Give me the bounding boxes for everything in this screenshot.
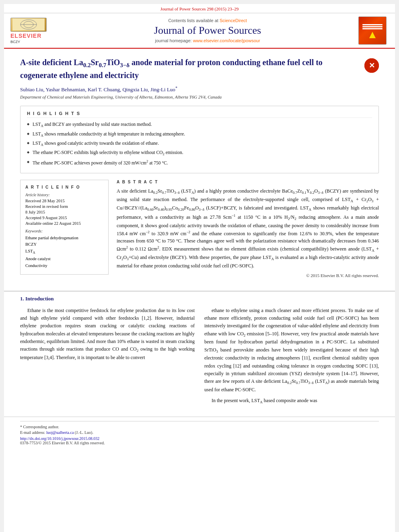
elsevier-brand: ELSEVIER xyxy=(10,33,41,39)
journal-url[interactable]: www.elsevier.com/locate/jpowsour xyxy=(193,38,260,43)
page: Journal of Power Sources 298 (2015) 23–2… xyxy=(4,4,395,532)
received-revised-label: Received in revised form xyxy=(25,204,103,209)
email-suffix: (J.-L. Luo). xyxy=(75,430,93,435)
highlights-list: LSTA and BCZY are synthesized by solid s… xyxy=(27,121,372,166)
keyword-item: LSTA xyxy=(25,248,103,256)
available-online: Available online 22 August 2015 xyxy=(25,221,103,226)
journal-header: ELSEVIER BCZY Contents lists available a… xyxy=(4,13,395,49)
email-address[interactable]: luoj@ualberta.ca xyxy=(46,430,74,435)
article-info-box: A R T I C L E I N F O Article history: R… xyxy=(20,180,109,275)
article-info-heading: A R T I C L E I N F O xyxy=(25,185,103,189)
email-line: E-mail address: luoj@ualberta.ca (J.-L. … xyxy=(20,430,379,435)
article-history-label: Article history: xyxy=(25,193,103,197)
article-content: A-site deficient La0.2Sr0.7TiO3−δ anode … xyxy=(4,49,395,291)
journal-top-bar: Journal of Power Sources 298 (2015) 23–2… xyxy=(4,4,395,13)
keyword-item: Anode catalyst xyxy=(25,256,103,263)
svg-text:✕: ✕ xyxy=(369,62,375,70)
journal-citation: Journal of Power Sources 298 (2015) 23–2… xyxy=(160,6,239,11)
keyword-item: Conductivity xyxy=(25,263,103,269)
corresponding-note: * Corresponding author. xyxy=(20,425,379,429)
crossmark-badge: ✕ xyxy=(364,58,379,73)
received-date: Received 28 May 2015 xyxy=(25,199,103,203)
main-col-right: ethane to ethylene using a much cleaner … xyxy=(204,307,379,409)
highlight-item: LSTA shows good catalytic activity towar… xyxy=(27,140,372,147)
journal-logo-box xyxy=(358,16,387,45)
affiliation: Department of Chemical and Materials Eng… xyxy=(20,94,379,99)
crossmark-icon: ✕ xyxy=(364,58,379,73)
abstract-column: A B S T R A C T A site deficient La0.2Sr… xyxy=(117,180,379,283)
section1-title: 1. Introduction xyxy=(20,296,379,302)
journal-header-center: Contents lists available at ScienceDirec… xyxy=(63,18,352,43)
elsevier-logo: ELSEVIER BCZY xyxy=(10,18,59,44)
accepted-date: Accepted 9 August 2015 xyxy=(25,216,103,220)
body-text-right: ethane to ethylene using a much cleaner … xyxy=(204,307,379,405)
issn-line: 0378-7753/© 2015 Elsevier B.V. All right… xyxy=(20,441,379,445)
doi-line[interactable]: http://dx.doi.org/10.1016/j.jpowsour.201… xyxy=(20,436,379,441)
article-footer: * Corresponding author. E-mail address: … xyxy=(4,417,395,449)
abstract-section: A B S T R A C T A site deficient La0.2Sr… xyxy=(117,180,379,278)
highlights-section: H I G H L I G H T S LSTA and BCZY are sy… xyxy=(20,106,379,173)
abstract-heading: A B S T R A C T xyxy=(117,180,379,184)
contents-available: Contents lists available at ScienceDirec… xyxy=(63,18,352,23)
abstract-text: A site deficient La0.2Sr0.7TiO3−δ (LSTA)… xyxy=(117,187,379,270)
main-two-col: Ethane is the most competitive feedstock… xyxy=(20,307,379,409)
keyword-item: BCZY xyxy=(25,241,103,248)
journal-header-right xyxy=(356,16,389,45)
main-body: 1. Introduction Ethane is the most compe… xyxy=(4,291,395,417)
copyright-line: © 2015 Elsevier B.V. All rights reserved… xyxy=(117,273,379,278)
sciencedirect-link[interactable]: ScienceDirect xyxy=(220,18,247,23)
main-col-left: Ethane is the most competitive feedstock… xyxy=(20,307,195,409)
keyword-item: Ethane partial dehydrogenation xyxy=(25,235,103,242)
highlight-item: The ethane PC-SOFC exhibits high selecti… xyxy=(27,149,372,156)
highlight-item: The ethane PC-SOFC achieves power densit… xyxy=(27,159,372,166)
highlights-heading: H I G H L I G H T S xyxy=(27,111,372,118)
article-title-block: A-site deficient La0.2Sr0.7TiO3−δ anode … xyxy=(20,57,379,81)
highlight-item: LSTA shows remarkable conductivity at hi… xyxy=(27,131,372,138)
authors: Subiao Liu, Yashar Behnamian, Karl T. Ch… xyxy=(20,86,379,93)
article-title-text: A-site deficient La0.2Sr0.7TiO3−δ anode … xyxy=(20,57,360,81)
revised-date: 8 July 2015 xyxy=(25,210,103,214)
logo-bolt xyxy=(369,32,376,38)
body-text-left: Ethane is the most competitive feedstock… xyxy=(20,307,195,362)
keywords-label: Keywords: xyxy=(25,229,103,233)
logo-lines xyxy=(362,23,383,30)
journal-header-left: ELSEVIER BCZY xyxy=(10,18,59,44)
elsevier-logo-img xyxy=(10,18,47,32)
journal-homepage: journal homepage: www.elsevier.com/locat… xyxy=(63,38,352,43)
journal-title: Journal of Power Sources xyxy=(63,25,352,37)
article-info-abstract-layout: A R T I C L E I N F O Article history: R… xyxy=(20,180,379,283)
keywords-list: Ethane partial dehydrogenation BCZY LSTA… xyxy=(25,235,103,269)
highlight-item: LSTA and BCZY are synthesized by solid s… xyxy=(27,121,372,128)
article-info-column: A R T I C L E I N F O Article history: R… xyxy=(20,180,109,283)
bczy-label: BCZY xyxy=(10,40,20,44)
